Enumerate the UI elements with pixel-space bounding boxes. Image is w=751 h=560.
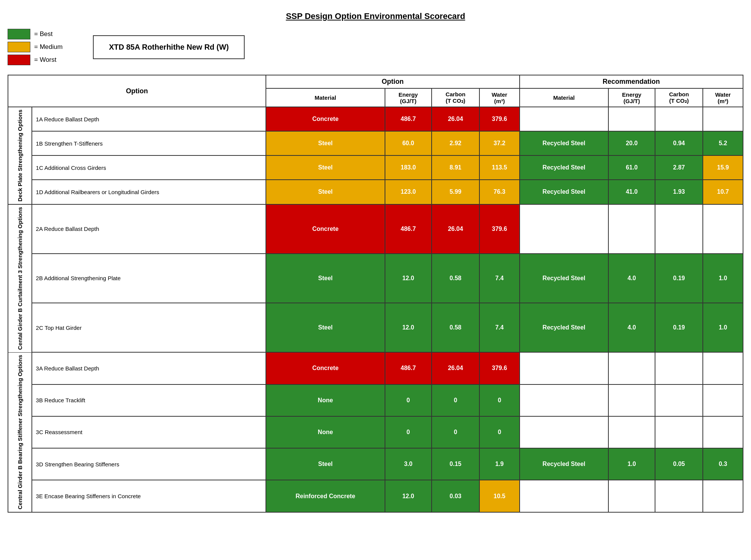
opt-material: Concrete — [266, 107, 385, 131]
table-row: 2B Additional Strengthening PlateSteel12… — [8, 254, 743, 303]
opt-carbon: 0.58 — [432, 303, 479, 352]
rec-carbon — [655, 204, 703, 254]
rec-material: Recycled Steel — [520, 155, 608, 180]
option-name: 2C Top Hat Girder — [32, 303, 266, 352]
opt-material: Concrete — [266, 352, 385, 384]
rec-carbon — [655, 352, 703, 384]
table-row: Cental Girder B Curtailment 3 Strengthen… — [8, 204, 743, 254]
rec-energy: 20.0 — [608, 131, 655, 155]
option-name: 1C Additional Cross Girders — [32, 155, 266, 180]
opt-material: Steel — [266, 131, 385, 155]
table-row: Deck Plate Strengthening Options1A Reduc… — [8, 107, 743, 131]
rec-water — [703, 352, 743, 384]
opt-carbon: 0.15 — [432, 448, 479, 480]
rec-energy — [608, 480, 655, 512]
legend-best: = Best — [8, 29, 63, 39]
opt-water: 7.4 — [479, 254, 520, 303]
page-title: SSP Design Option Environmental Scorecar… — [8, 11, 743, 21]
recommendation-group-header: Recommendation — [520, 75, 743, 88]
rec-material: Recycled Steel — [520, 180, 608, 204]
table-row: 3E Encase Bearing Stiffeners in Concrete… — [8, 480, 743, 512]
group-label-1: Cental Girder B Curtailment 3 Strengthen… — [8, 204, 32, 353]
table-row: 2C Top Hat GirderSteel12.00.587.4Recycle… — [8, 303, 743, 352]
rec-carbon: 0.05 — [655, 448, 703, 480]
opt-carbon: 0.58 — [432, 254, 479, 303]
opt-water: 379.6 — [479, 107, 520, 131]
opt-carbon: 0 — [432, 384, 479, 416]
legend-medium-box — [8, 42, 30, 52]
opt-water: 37.2 — [479, 131, 520, 155]
option-name: 2A Reduce Ballast Depth — [32, 204, 266, 254]
rec-water: 10.7 — [703, 180, 743, 204]
opt-carbon: 26.04 — [432, 107, 479, 131]
opt-water: 1.9 — [479, 448, 520, 480]
opt-water: 0 — [479, 416, 520, 448]
opt-carbon: 26.04 — [432, 204, 479, 254]
legend-best-label: = Best — [34, 30, 53, 38]
option-name: 3B Reduce Tracklift — [32, 384, 266, 416]
rec-material — [520, 204, 608, 254]
rec-material — [520, 107, 608, 131]
group-label-2: Central Girder B Bearing Stiffener Stren… — [8, 352, 32, 512]
opt-carbon: 0.03 — [432, 480, 479, 512]
rec-water: 15.9 — [703, 155, 743, 180]
opt-energy: 486.7 — [385, 204, 432, 254]
rec-water: 1.0 — [703, 303, 743, 352]
opt-material: None — [266, 384, 385, 416]
rec-material — [520, 384, 608, 416]
rec-energy: 41.0 — [608, 180, 655, 204]
opt-energy: 60.0 — [385, 131, 432, 155]
rec-water: 0.3 — [703, 448, 743, 480]
header-row-1: Option Option Recommendation — [8, 75, 743, 88]
table-row: 3C ReassessmentNone000 — [8, 416, 743, 448]
rec-energy — [608, 352, 655, 384]
opt-water: 379.6 — [479, 352, 520, 384]
opt-material-header: Material — [266, 88, 385, 107]
opt-carbon: 2.92 — [432, 131, 479, 155]
rec-energy: 4.0 — [608, 254, 655, 303]
option-name: 1D Additional Railbearers or Longitudina… — [32, 180, 266, 204]
opt-energy: 486.7 — [385, 352, 432, 384]
rec-material: Recycled Steel — [520, 448, 608, 480]
opt-material: None — [266, 416, 385, 448]
rec-material — [520, 480, 608, 512]
legend: = Best = Medium = Worst — [8, 29, 63, 65]
table-row: 1D Additional Railbearers or Longitudina… — [8, 180, 743, 204]
rec-carbon: 0.19 — [655, 303, 703, 352]
table-row: Central Girder B Bearing Stiffener Stren… — [8, 352, 743, 384]
option-group-header: Option — [266, 75, 520, 88]
opt-material: Concrete — [266, 204, 385, 254]
rec-energy — [608, 384, 655, 416]
rec-water: 1.0 — [703, 254, 743, 303]
opt-material: Steel — [266, 254, 385, 303]
header-section: = Best = Medium = Worst XTD 85A Rotherhi… — [8, 29, 743, 65]
rec-material: Recycled Steel — [520, 303, 608, 352]
rec-water — [703, 480, 743, 512]
rec-water — [703, 384, 743, 416]
legend-worst: = Worst — [8, 55, 63, 65]
opt-carbon: 8.91 — [432, 155, 479, 180]
option-name: 3E Encase Bearing Stiffeners in Concrete — [32, 480, 266, 512]
table-row: 3D Strengthen Bearing StiffenersSteel3.0… — [8, 448, 743, 480]
rec-carbon: 2.87 — [655, 155, 703, 180]
rec-carbon — [655, 480, 703, 512]
opt-material: Steel — [266, 155, 385, 180]
rec-material: Recycled Steel — [520, 254, 608, 303]
opt-energy: 0 — [385, 384, 432, 416]
option-name: 1B Strengthen T-Stiffeners — [32, 131, 266, 155]
rec-energy — [608, 416, 655, 448]
opt-energy: 12.0 — [385, 303, 432, 352]
rec-water — [703, 204, 743, 254]
opt-water-header: Water(m³) — [479, 88, 520, 107]
opt-carbon-header: Carbon(T CO₂) — [432, 88, 479, 107]
opt-energy: 123.0 — [385, 180, 432, 204]
option-name: 3A Reduce Ballast Depth — [32, 352, 266, 384]
option-name: 3D Strengthen Bearing Stiffeners — [32, 448, 266, 480]
legend-worst-label: = Worst — [34, 56, 57, 64]
option-name: 3C Reassessment — [32, 416, 266, 448]
group-label-0: Deck Plate Strengthening Options — [8, 107, 32, 204]
opt-energy: 0 — [385, 416, 432, 448]
rec-energy — [608, 204, 655, 254]
table-container: Option Option Recommendation Material En… — [8, 75, 743, 513]
rec-carbon — [655, 384, 703, 416]
